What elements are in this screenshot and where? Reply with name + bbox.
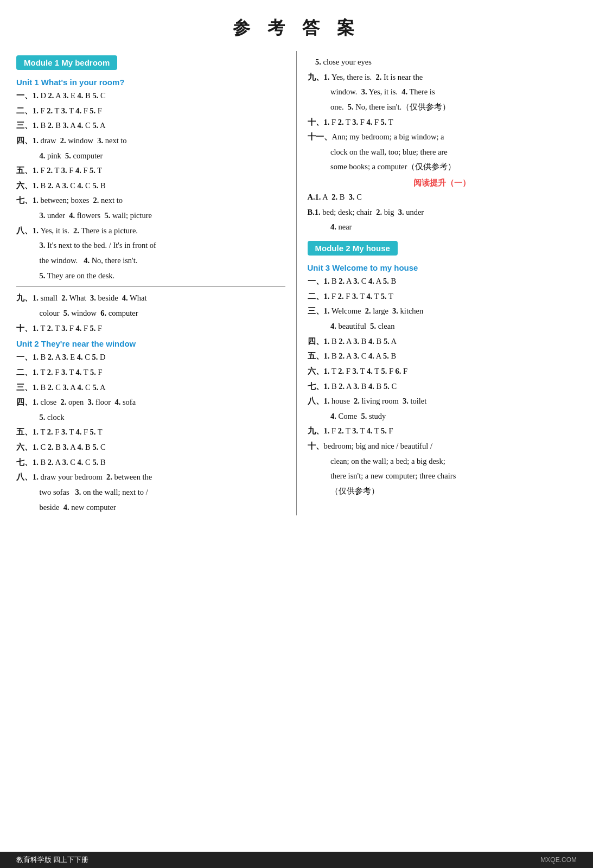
answer-line: window. 3. Yes, it is. 4. There is [308,85,577,99]
answer-line: 二、1. F 2. T 3. T 4. F 5. F [16,104,285,118]
answer-line: 六、1. T 2. F 3. T 4. T 5. F 6. F [308,365,577,378]
answer-line: 3. It's next to the bed. / It's in front… [16,239,285,252]
answer-line: one. 5. No, there isn't.（仅供参考） [308,100,577,114]
unit2-header: Unit 2 They're near the window [16,339,285,348]
answer-line: 七、1. B 2. A 3. B 4. B 5. C [308,380,577,393]
answer-line: 三、1. B 2. C 3. A 4. C 5. A [16,381,285,394]
answer-line: 七、1. between; boxes 2. next to [16,194,285,207]
answer-line: colour 5. window 6. computer [16,307,285,320]
answer-line: 九、1. F 2. T 3. T 4. T 5. F [308,424,577,438]
answer-line: 4. beautiful 5. clean [308,320,577,333]
unit1-header: Unit 1 What's in your room? [16,78,285,87]
answer-line: 4. near [308,220,577,234]
answer-line: there isn't; a new computer; three chair… [308,469,577,483]
answer-line: 5. They are on the desk. [16,269,285,283]
answer-line: 四、1. B 2. A 3. B 4. B 5. A [308,335,577,348]
answer-line: the window. 4. No, there isn't. [16,254,285,267]
answer-line: 一、1. D 2. A 3. E 4. B 5. C [16,89,285,103]
left-column: Module 1 My bedroom Unit 1 What's in you… [16,51,297,515]
answer-line: （仅供参考） [308,484,577,498]
answer-line: 一、1. B 2. A 3. E 4. C 5. D [16,350,285,364]
answer-line: 五、1. F 2. T 3. F 4. F 5. T [16,164,285,177]
answer-line: 三、1. B 2. B 3. A 4. C 5. A [16,119,285,132]
answer-line: 十、bedroom; big and nice / beautiful / [308,439,577,453]
answer-line: 十、1. F 2. T 3. F 4. F 5. T [308,116,577,129]
answer-line: 一、1. B 2. A 3. C 4. A 5. B [308,275,577,288]
answer-line: 二、1. F 2. F 3. T 4. T 5. T [308,290,577,303]
answer-line: clean; on the wall; a bed; a big desk; [308,455,577,468]
answer-line: some books; a computer（仅供参考） [308,160,577,174]
answer-line: 5. close your eyes [308,55,577,69]
footer-edition: 教育科学版 四上下下册 [16,855,88,865]
module1-header: Module 1 My bedroom [16,55,117,70]
answer-line: 八、1. draw your bedroom 2. between the [16,470,285,484]
page-title: 参 考 答 案 [0,0,593,51]
answer-line: 二、1. T 2. F 3. T 4. T 5. F [16,366,285,379]
answer-line: clock on the wall, too; blue; there are [308,145,577,159]
answer-line: 八、1. Yes, it is. 2. There is a picture. [16,224,285,238]
answer-line: 四、1. close 2. open 3. floor 4. sofa [16,395,285,409]
answer-line: 三、1. Welcome 2. large 3. kitchen [308,304,577,318]
answer-line: 九、1. small 2. What 3. beside 4. What [16,291,285,305]
reading-header: 阅读提升（一） [308,178,577,188]
answer-line: beside 4. new computer [16,501,285,514]
answer-line: 3. under 4. flowers 5. wall; picture [16,209,285,222]
answer-line: two sofas 3. on the wall; next to / [16,486,285,499]
unit3-header: Unit 3 Welcome to my house [308,263,577,272]
footer-brand: MXQE.COM [540,856,577,864]
right-column: 5. close your eyes 九、1. Yes, there is. 2… [297,51,577,515]
footer-bar: 教育科学版 四上下下册 MXQE.COM [0,852,593,868]
answer-line: 六、1. C 2. B 3. A 4. B 5. C [16,441,285,454]
answer-line: 八、1. house 2. living room 3. toilet [308,394,577,408]
answer-line: 九、1. Yes, there is. 2. It is near the [308,71,577,84]
answer-line: 十一、Ann; my bedroom; a big window; a [308,130,577,144]
answer-line: 4. pink 5. computer [16,149,285,163]
answer-line: 4. Come 5. study [308,410,577,423]
module2-header: Module 2 My house [308,241,398,256]
answer-line: A.1. A 2. B 3. C [308,190,577,204]
answer-line: 四、1. draw 2. window 3. next to [16,134,285,148]
answer-line: 七、1. B 2. A 3. C 4. C 5. B [16,456,285,469]
answer-line: B.1. bed; desk; chair 2. big 3. under [308,206,577,219]
answer-line: 十、1. T 2. T 3. F 4. F 5. F [16,322,285,335]
answer-line: 5. clock [16,411,285,424]
answer-line: 五、1. T 2. F 3. T 4. F 5. T [16,425,285,439]
answer-line: 五、1. B 2. A 3. C 4. A 5. B [308,349,577,363]
answer-line: 六、1. B 2. A 3. C 4. C 5. B [16,179,285,193]
